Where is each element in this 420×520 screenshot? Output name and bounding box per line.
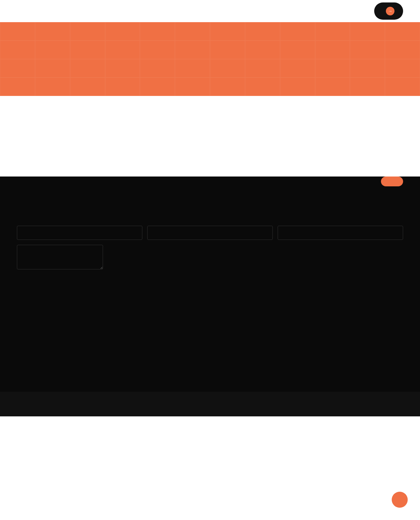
form-row-1 — [17, 226, 403, 240]
lets-talk-button[interactable]: → — [374, 2, 403, 20]
contact-form — [17, 226, 403, 269]
name-input[interactable] — [17, 226, 142, 240]
navbar: → — [0, 0, 420, 22]
stat-experience — [17, 145, 146, 146]
stat-awards — [274, 145, 403, 146]
scroll-to-top-button[interactable] — [392, 492, 408, 508]
download-cv-button[interactable] — [381, 177, 403, 186]
stat-investment — [146, 145, 275, 146]
subject-input[interactable] — [278, 226, 403, 240]
email-input[interactable] — [147, 226, 273, 240]
stats-row — [17, 145, 403, 146]
hero-grid-bg: const grid = document.querySelector('.he… — [0, 22, 420, 96]
form-row-2 — [17, 245, 403, 269]
hero-section: const grid = document.querySelector('.he… — [0, 22, 420, 96]
dark-section — [0, 177, 420, 392]
footer-strip — [0, 392, 420, 416]
message-textarea[interactable] — [17, 245, 103, 269]
arrow-right-icon: → — [386, 7, 394, 15]
about-section — [0, 96, 420, 177]
